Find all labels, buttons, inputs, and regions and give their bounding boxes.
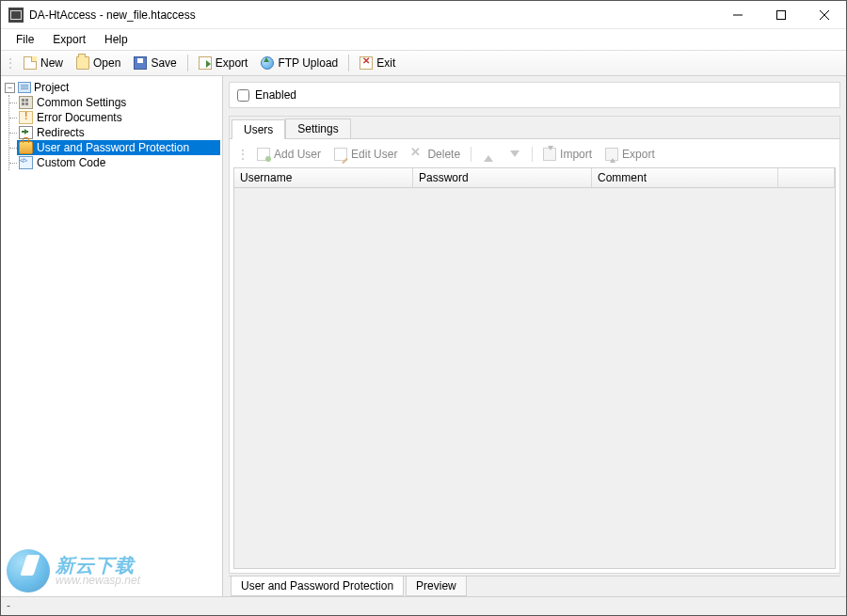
save-button[interactable]: Save — [127, 53, 183, 73]
tree-root-project[interactable]: − Project — [3, 80, 220, 95]
window-controls — [716, 1, 846, 28]
main-panel: Enabled Users Settings ⋮ Add User Edit U… — [223, 76, 846, 596]
toolbar-separator — [187, 55, 188, 71]
export-icon — [199, 56, 212, 70]
add-user-icon — [257, 148, 270, 161]
bottom-tab-preview[interactable]: Preview — [406, 577, 467, 596]
app-icon — [8, 8, 24, 23]
edit-user-button[interactable]: Edit User — [328, 145, 403, 164]
minimize-button[interactable] — [716, 1, 759, 28]
tree-item-custom-code[interactable]: Custom Code — [17, 155, 220, 170]
menu-file[interactable]: File — [7, 31, 43, 48]
new-label: New — [40, 56, 63, 70]
title-bar: DA-HtAccess - new_file.htaccess — [1, 1, 846, 29]
project-tree-panel: − Project Common Settings Error Document… — [1, 76, 223, 596]
column-username[interactable]: Username — [234, 168, 413, 187]
status-bar: - — [1, 596, 846, 615]
import-button[interactable]: Import — [537, 145, 598, 164]
column-spacer — [778, 168, 835, 187]
tree-item-label: Error Documents — [37, 111, 122, 124]
edit-user-label: Edit User — [351, 148, 397, 161]
toolbar-grip-icon: ⋮ — [5, 56, 17, 70]
menu-help[interactable]: Help — [95, 31, 137, 48]
bottom-tab-protection[interactable]: User and Password Protection — [231, 577, 404, 596]
tree-item-redirects[interactable]: Redirects — [17, 125, 220, 140]
tab-row: Users Settings — [230, 117, 839, 138]
enabled-checkbox[interactable] — [237, 89, 249, 102]
content-area: − Project Common Settings Error Document… — [1, 76, 846, 596]
arrow-up-icon — [482, 148, 495, 161]
move-up-button[interactable] — [476, 145, 501, 164]
exit-icon — [360, 56, 373, 70]
tree-item-label: Custom Code — [37, 156, 105, 169]
delete-label: Delete — [427, 148, 460, 161]
tree-item-label: Redirects — [37, 126, 85, 139]
import-label: Import — [560, 148, 592, 161]
enabled-label: Enabled — [255, 88, 296, 102]
new-button[interactable]: New — [17, 53, 70, 73]
export-users-label: Export — [622, 148, 655, 161]
open-folder-icon — [76, 56, 89, 70]
menu-export[interactable]: Export — [43, 31, 95, 48]
tab-users[interactable]: Users — [232, 119, 285, 139]
toolbar-separator — [471, 147, 471, 162]
ftp-globe-icon — [261, 56, 274, 70]
export-label: Export — [216, 56, 248, 70]
project-icon — [18, 82, 31, 93]
toolbar-separator — [532, 147, 533, 162]
open-label: Open — [93, 56, 120, 70]
tree-item-common-settings[interactable]: Common Settings — [17, 95, 220, 110]
toolbar-grip-icon: ⋮ — [237, 148, 249, 161]
code-icon — [19, 156, 33, 169]
add-user-label: Add User — [274, 148, 321, 161]
delete-icon — [410, 148, 424, 161]
tree-children: Common Settings Error Documents Redirect… — [8, 95, 220, 170]
error-doc-icon — [19, 111, 33, 124]
add-user-button[interactable]: Add User — [251, 145, 327, 164]
grid-header-row: Username Password Comment — [234, 168, 835, 188]
tree-item-label: User and Password Protection — [37, 141, 189, 154]
open-button[interactable]: Open — [70, 53, 127, 73]
main-toolbar: ⋮ New Open Save Export FTP Upload Exit — [1, 50, 846, 76]
new-file-icon — [24, 56, 37, 70]
delete-user-button[interactable]: Delete — [405, 145, 466, 164]
tab-body-users: ⋮ Add User Edit User Delete Import Expor… — [230, 138, 839, 573]
close-button[interactable] — [803, 1, 846, 28]
save-disk-icon — [134, 56, 147, 70]
menu-bar: File Export Help — [1, 29, 846, 50]
ftp-upload-button[interactable]: FTP Upload — [254, 53, 344, 73]
settings-icon — [19, 96, 33, 109]
collapse-icon[interactable]: − — [5, 83, 15, 93]
arrow-down-icon — [508, 148, 521, 161]
users-toolbar: ⋮ Add User Edit User Delete Import Expor… — [233, 143, 836, 167]
export-button[interactable]: Export — [192, 53, 255, 73]
edit-user-icon — [334, 148, 347, 161]
export-users-button[interactable]: Export — [599, 145, 661, 164]
lock-icon — [19, 141, 33, 154]
column-password[interactable]: Password — [413, 168, 592, 187]
svg-rect-1 — [777, 10, 786, 19]
exit-button[interactable]: Exit — [353, 53, 402, 73]
grid-body-empty — [234, 188, 835, 568]
window-title: DA-HtAccess - new_file.htaccess — [29, 8, 716, 22]
tree-item-error-documents[interactable]: Error Documents — [17, 110, 220, 125]
status-text: - — [7, 599, 10, 612]
enabled-panel: Enabled — [229, 82, 840, 108]
users-settings-tabset: Users Settings ⋮ Add User Edit User Dele… — [229, 116, 840, 574]
tab-settings[interactable]: Settings — [285, 118, 350, 138]
users-grid[interactable]: Username Password Comment — [233, 167, 836, 569]
export-icon — [605, 148, 618, 161]
tree-root-label: Project — [34, 81, 69, 94]
maximize-button[interactable] — [759, 1, 803, 28]
ftp-label: FTP Upload — [278, 56, 338, 70]
move-down-button[interactable] — [503, 145, 527, 164]
import-icon — [543, 148, 556, 161]
save-label: Save — [151, 56, 176, 70]
tree-item-user-password-protection[interactable]: User and Password Protection — [17, 140, 220, 155]
exit-label: Exit — [376, 56, 395, 70]
column-comment[interactable]: Comment — [592, 168, 778, 187]
bottom-tab-row: User and Password Protection Preview — [229, 576, 840, 596]
toolbar-separator — [348, 55, 349, 71]
tree-item-label: Common Settings — [37, 96, 126, 109]
